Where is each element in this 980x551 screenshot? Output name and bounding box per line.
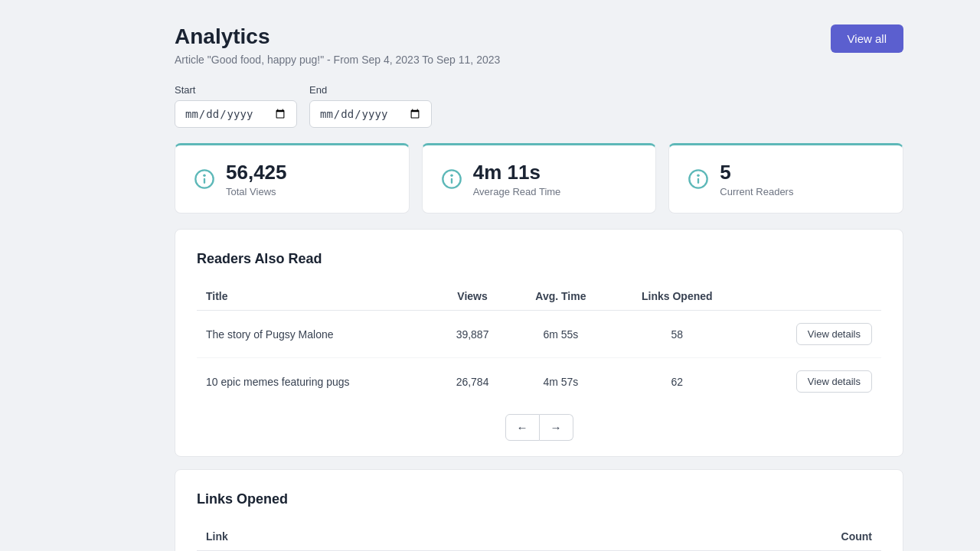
start-date-input[interactable]: [175, 100, 297, 128]
table-row: The story of Pugsy Malone 39,887 6m 55s …: [197, 311, 881, 358]
links-opened-section: Links Opened Link Count https://apps.sho…: [175, 469, 903, 551]
total-views-label: Total Views: [226, 186, 287, 197]
current-readers-value: 5: [720, 161, 793, 184]
col-avg-time: Avg. Time: [510, 282, 611, 311]
pagination: ← →: [197, 414, 881, 441]
stat-card-avg-read-time: 4m 11s Average Read Time: [422, 143, 657, 214]
total-views-value: 56,425: [226, 161, 287, 184]
row-avg-time: 6m 55s: [510, 311, 611, 358]
view-details-button[interactable]: View details: [796, 323, 872, 345]
info-icon-3: [688, 168, 709, 190]
links-col-count: Count: [751, 523, 881, 551]
view-details-button[interactable]: View details: [796, 370, 872, 393]
row-title: The story of Pugsy Malone: [197, 311, 435, 358]
stat-card-current-readers: 5 Current Readers: [668, 143, 903, 214]
readers-table: Title Views Avg. Time Links Opened The s…: [197, 282, 881, 405]
end-date-label: End: [309, 84, 432, 96]
page-title: Analytics: [175, 24, 500, 49]
row-views: 39,887: [435, 311, 510, 358]
row-views: 26,784: [435, 358, 510, 406]
links-section-title: Links Opened: [197, 491, 881, 507]
table-row: 10 epic memes featuring pugs 26,784 4m 5…: [197, 358, 881, 406]
col-links-opened: Links Opened: [612, 282, 743, 311]
view-all-button[interactable]: View all: [831, 24, 903, 53]
avg-read-time-label: Average Read Time: [473, 186, 561, 197]
links-col-link: Link: [197, 523, 751, 551]
prev-page-button[interactable]: ←: [505, 414, 540, 441]
row-action[interactable]: View details: [743, 358, 881, 406]
current-readers-label: Current Readers: [720, 186, 793, 197]
row-links-opened: 62: [612, 358, 743, 406]
row-links-opened: 58: [612, 311, 743, 358]
info-icon-2: [441, 168, 462, 190]
end-date-input[interactable]: [309, 100, 432, 128]
readers-also-read-section: Readers Also Read Title Views Avg. Time …: [175, 229, 903, 457]
readers-section-title: Readers Also Read: [197, 251, 881, 267]
row-action[interactable]: View details: [743, 311, 881, 358]
row-title: 10 epic memes featuring pugs: [197, 358, 435, 406]
row-avg-time: 4m 57s: [510, 358, 611, 406]
col-title: Title: [197, 282, 435, 311]
stat-card-total-views: 56,425 Total Views: [175, 143, 410, 214]
next-page-button[interactable]: →: [540, 414, 573, 441]
links-table: Link Count https://apps.shopify.com/medi…: [197, 523, 881, 551]
start-date-label: Start: [175, 84, 297, 96]
avg-read-time-value: 4m 11s: [473, 161, 561, 184]
col-views: Views: [435, 282, 510, 311]
stats-row: 56,425 Total Views 4m 11s Average Read T…: [175, 143, 903, 214]
page-subtitle: Article "Good food, happy pug!" - From S…: [175, 54, 500, 66]
info-icon: [194, 168, 215, 190]
